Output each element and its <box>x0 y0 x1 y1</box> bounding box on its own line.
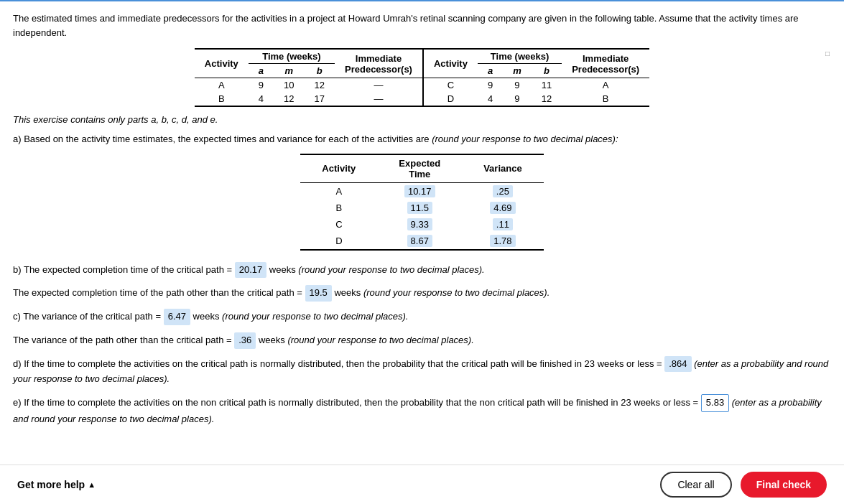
etr-activity: D <box>300 233 377 250</box>
cell-activity-r: D <box>423 92 478 106</box>
cell-activity: A <box>195 78 249 93</box>
expected-table-wrapper: Activity ExpectedTime Variance A 10.17 .… <box>13 154 831 251</box>
part-d-text: d) If the time to complete the activitie… <box>13 356 831 388</box>
value-c-time: 9.33 <box>407 218 432 230</box>
exercise-note: This exercise contains only parts a, b, … <box>13 114 831 125</box>
etr-time: 10.17 <box>377 182 462 200</box>
col-activity-right: Activity <box>423 49 478 78</box>
value-b-variance: 4.69 <box>490 202 515 214</box>
expected-row-d: D 8.67 1.78 <box>300 233 543 250</box>
part-e-italic: (enter as a probability and round your r… <box>13 397 822 424</box>
col-a-left: a <box>249 64 274 78</box>
etr-time: 11.5 <box>377 200 462 216</box>
expected-row-c: C 9.33 .11 <box>300 216 543 233</box>
cell-m-r: 9 <box>503 92 532 106</box>
value-critical-variance: 6.47 <box>164 309 190 325</box>
intro-text: The estimated times and immediate predec… <box>13 11 831 39</box>
cell-activity-r: C <box>423 78 478 93</box>
etr-variance: 1.78 <box>462 233 544 250</box>
cell-m: 12 <box>274 92 304 106</box>
get-more-help-label: Get more help <box>17 479 85 490</box>
expected-row-a: A 10.17 .25 <box>300 182 543 200</box>
value-d-variance: 1.78 <box>490 235 515 247</box>
etr-time: 9.33 <box>377 216 462 233</box>
col-b-right: b <box>532 64 562 78</box>
col-time-weeks-right: Time (weeks) <box>478 49 562 64</box>
table-row: B 4 12 17 — D 4 9 12 B <box>195 92 649 106</box>
part-b-italic1: (round your response to two decimal plac… <box>298 264 484 275</box>
etr-activity: A <box>300 182 377 200</box>
part-c-line2: The variance of the path other than the … <box>13 332 831 349</box>
value-prob-non-critical: 5.83 <box>701 394 729 412</box>
get-more-help-arrow-icon: ▲ <box>88 480 96 489</box>
cell-a: 9 <box>249 78 274 93</box>
expected-row-b: B 11.5 4.69 <box>300 200 543 216</box>
get-more-help-button[interactable]: Get more help ▲ <box>17 479 96 490</box>
part-c-italic2: (round your response to two decimal plac… <box>287 335 473 345</box>
table-row: A 9 10 12 — C 9 9 11 A <box>195 78 649 93</box>
footer-buttons: Clear all Final check <box>660 472 827 498</box>
etr-variance: .11 <box>462 216 544 233</box>
eth-expected: ExpectedTime <box>377 154 462 183</box>
part-c: c) The variance of the critical path = 6… <box>13 309 831 349</box>
part-a-italic: (round your response to two decimal plac… <box>432 134 618 144</box>
part-c-line1: c) The variance of the critical path = 6… <box>13 309 831 325</box>
clear-all-button[interactable]: Clear all <box>660 472 731 498</box>
part-e-text: e) If the time to complete the activitie… <box>13 394 831 427</box>
eth-activity: Activity <box>300 154 377 183</box>
etr-activity: C <box>300 216 377 233</box>
value-b-time: 11.5 <box>407 202 432 214</box>
col-b-left: b <box>305 64 335 78</box>
main-table-wrapper: Activity Time (weeks) ImmediatePredecess… <box>13 48 831 107</box>
col-immediate-left: ImmediatePredecessor(s) <box>335 49 423 78</box>
main-table: Activity Time (weeks) ImmediatePredecess… <box>195 48 649 107</box>
col-activity-left: Activity <box>195 49 249 78</box>
final-check-button[interactable]: Final check <box>741 472 827 498</box>
value-prob-critical: .864 <box>664 356 691 373</box>
part-b-line1: b) The expected completion time of the c… <box>13 262 831 279</box>
part-b-italic2: (round your response to two decimal plac… <box>363 287 549 298</box>
etr-variance: .25 <box>462 182 544 200</box>
part-a: a) Based on the activity time estimates,… <box>13 132 831 251</box>
part-e: e) If the time to complete the activitie… <box>13 394 831 427</box>
part-b: b) The expected completion time of the c… <box>13 262 831 302</box>
cell-b: 12 <box>305 78 335 93</box>
cell-pred-r: A <box>562 78 649 93</box>
part-c-italic1: (round your response to two decimal plac… <box>222 311 408 322</box>
expected-table: Activity ExpectedTime Variance A 10.17 .… <box>300 154 543 251</box>
part-d: d) If the time to complete the activitie… <box>13 356 831 388</box>
col-time-weeks-left: Time (weeks) <box>249 49 335 64</box>
cell-pred: — <box>335 92 423 106</box>
cell-pred: — <box>335 78 423 93</box>
cell-pred-r: B <box>562 92 649 106</box>
cell-m-r: 9 <box>503 78 532 93</box>
cell-b: 17 <box>305 92 335 106</box>
part-d-italic: (enter as a probability and round your r… <box>13 358 828 385</box>
value-critical-path-time: 20.17 <box>235 262 267 279</box>
expand-icon[interactable]: □ <box>825 50 830 57</box>
cell-a-r: 9 <box>478 78 503 93</box>
col-immediate-right: ImmediatePredecessor(s) <box>562 49 649 78</box>
col-a-right: a <box>478 64 503 78</box>
part-a-question: a) Based on the activity time estimates,… <box>13 132 831 146</box>
part-b-line2: The expected completion time of the path… <box>13 285 831 302</box>
cell-activity: B <box>195 92 249 106</box>
col-m-left: m <box>274 64 304 78</box>
etr-variance: 4.69 <box>462 200 544 216</box>
cell-a-r: 4 <box>478 92 503 106</box>
cell-b-r: 11 <box>532 78 562 93</box>
value-c-variance: .11 <box>493 218 513 230</box>
etr-time: 8.67 <box>377 233 462 250</box>
col-m-right: m <box>503 64 532 78</box>
value-d-time: 8.67 <box>407 235 432 247</box>
cell-m: 10 <box>274 78 304 93</box>
value-other-variance: .36 <box>234 332 256 349</box>
value-a-time: 10.17 <box>404 185 435 197</box>
eth-variance: Variance <box>462 154 544 183</box>
main-content: The estimated times and immediate predec… <box>0 0 844 485</box>
cell-b-r: 12 <box>532 92 562 106</box>
value-other-path-time: 19.5 <box>305 285 332 302</box>
cell-a: 4 <box>249 92 274 106</box>
etr-activity: B <box>300 200 377 216</box>
footer-bar: Get more help ▲ Clear all Final check <box>0 465 844 504</box>
